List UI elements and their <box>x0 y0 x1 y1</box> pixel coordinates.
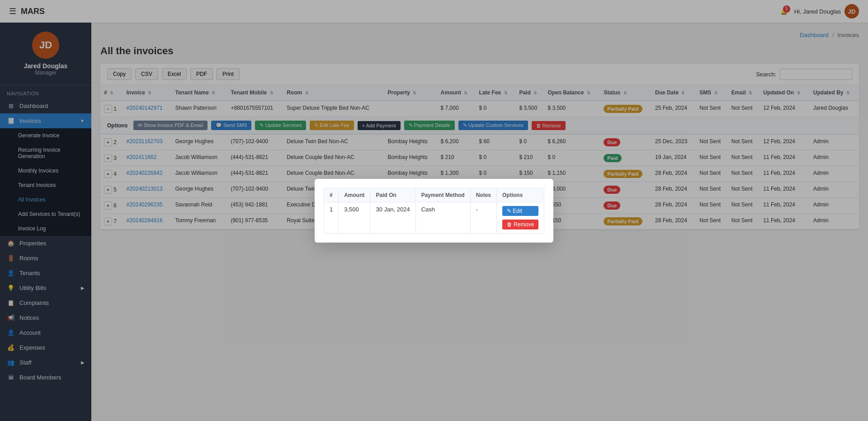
modal-edit-button[interactable]: ✎ Edit <box>502 206 538 216</box>
modal-col-num: # <box>324 188 338 202</box>
modal-cell-options: ✎ Edit 🗑 Remove <box>497 202 544 233</box>
modal-remove-button[interactable]: 🗑 Remove <box>502 220 538 229</box>
modal-table: # Amount Paid On Payment Method Notes Op… <box>324 188 544 234</box>
modal-col-amount: Amount <box>339 188 370 202</box>
modal-cell-method: Cash <box>415 202 470 233</box>
modal-header-row: # Amount Paid On Payment Method Notes Op… <box>324 188 544 202</box>
modal-col-paid-on: Paid On <box>370 188 415 202</box>
payment-details-modal: # Amount Paid On Payment Method Notes Op… <box>315 179 553 243</box>
modal-cell-paid-on: 30 Jan, 2024 <box>370 202 415 233</box>
modal-col-options: Options <box>497 188 544 202</box>
modal-overlay[interactable]: # Amount Paid On Payment Method Notes Op… <box>0 0 868 421</box>
modal-table-row: 1 3,500 30 Jan, 2024 Cash - ✎ Edit 🗑 Rem… <box>324 202 544 233</box>
modal-col-notes: Notes <box>470 188 496 202</box>
modal-cell-notes: - <box>470 202 496 233</box>
modal-actions: ✎ Edit 🗑 Remove <box>502 206 538 229</box>
modal-cell-num: 1 <box>324 202 338 233</box>
modal-col-payment-method: Payment Method <box>415 188 470 202</box>
modal-cell-amount: 3,500 <box>339 202 370 233</box>
